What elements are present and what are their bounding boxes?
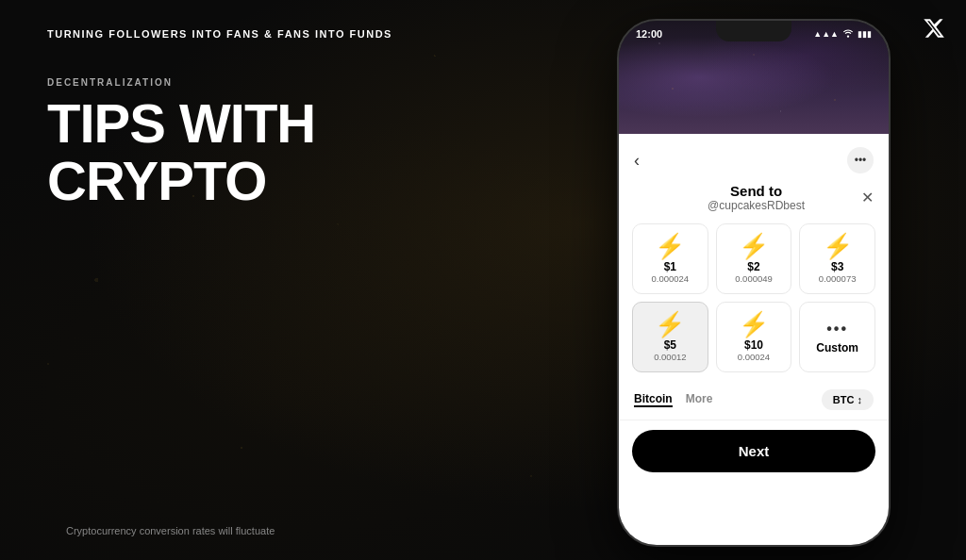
send-to-section: Send to @cupcakesRDbest ✕ [619, 179, 889, 223]
phone-nav: ‹ ••• [619, 134, 889, 179]
send-to-username: @cupcakesRDbest [708, 199, 805, 212]
amount-btc-1: 0.000024 [652, 273, 690, 284]
status-time: 12:00 [636, 28, 662, 40]
amount-item-5[interactable]: ⚡ $5 0.00012 [632, 302, 708, 372]
more-button[interactable]: ••• [847, 147, 874, 173]
amount-usd-1: $1 [664, 260, 676, 273]
btc-badge-label: BTC ↕ [833, 394, 862, 405]
btc-badge[interactable]: BTC ↕ [822, 389, 874, 410]
currency-tabs: Bitcoin More [634, 392, 712, 407]
amount-item-10[interactable]: ⚡ $10 0.00024 [716, 302, 792, 372]
amount-item-3[interactable]: ⚡ $3 0.000073 [799, 223, 875, 294]
twitter-icon [923, 17, 945, 45]
phone-outer: 12:00 ▲▲▲ ▮▮▮ ‹ ••• [617, 19, 891, 547]
send-to-title: Send to [708, 183, 805, 199]
close-button[interactable]: ✕ [861, 190, 874, 206]
amount-usd-3: $3 [831, 260, 843, 273]
amount-item-custom[interactable]: ••• Custom [799, 302, 875, 372]
phone-content: ‹ ••• Send to @cupcakesRDbest ✕ [619, 134, 889, 545]
amount-btc-3: 0.000073 [819, 273, 857, 284]
lightning-10: ⚡ [739, 312, 769, 337]
disclaimer: Cryptocurrency conversion rates will flu… [66, 525, 275, 536]
amount-item-1[interactable]: ⚡ $1 0.000024 [632, 223, 708, 294]
lightning-3: ⚡ [823, 234, 853, 258]
title-line2: CRYPTO [47, 150, 267, 211]
back-button[interactable]: ‹ [634, 151, 640, 171]
amount-usd-10: $10 [744, 338, 763, 352]
next-button[interactable]: Next [632, 430, 875, 472]
status-icons: ▲▲▲ ▮▮▮ [813, 28, 872, 40]
amount-item-2[interactable]: ⚡ $2 0.000049 [716, 223, 792, 294]
amount-usd-2: $2 [747, 260, 759, 273]
wifi-icon [842, 28, 854, 40]
tab-more[interactable]: More [686, 392, 713, 407]
left-panel: TURNING FOLLOWERS INTO FANS & FANS INTO … [19, 0, 472, 560]
category-label: DECENTRALIZATION [47, 77, 443, 88]
custom-label: Custom [816, 341, 858, 354]
phone-notch [716, 21, 791, 41]
lightning-1: ⚡ [655, 234, 685, 258]
signal-icon: ▲▲▲ [813, 29, 839, 39]
custom-dots: ••• [826, 321, 848, 338]
tagline: TURNING FOLLOWERS INTO FANS & FANS INTO … [47, 28, 443, 40]
tab-bitcoin[interactable]: Bitcoin [634, 392, 673, 407]
battery-icon: ▮▮▮ [858, 29, 872, 39]
phone-mockup: 12:00 ▲▲▲ ▮▮▮ ‹ ••• [617, 19, 891, 547]
amount-grid: ⚡ $1 0.000024 ⚡ $2 0.000049 ⚡ $3 0.00007… [619, 223, 889, 372]
amount-btc-10: 0.00024 [738, 352, 770, 362]
lightning-2: ⚡ [739, 234, 769, 258]
amount-btc-5: 0.00012 [654, 352, 686, 362]
more-dots: ••• [855, 154, 867, 167]
title-line1: TIPS WITH [47, 92, 315, 154]
main-title: TIPS WITH CRYPTO [47, 95, 443, 210]
phone-wallpaper: 12:00 ▲▲▲ ▮▮▮ [619, 21, 889, 134]
amount-btc-2: 0.000049 [735, 273, 773, 284]
currency-row: Bitcoin More BTC ↕ [619, 384, 889, 420]
lightning-5: ⚡ [655, 312, 685, 337]
amount-usd-5: $5 [664, 338, 676, 352]
